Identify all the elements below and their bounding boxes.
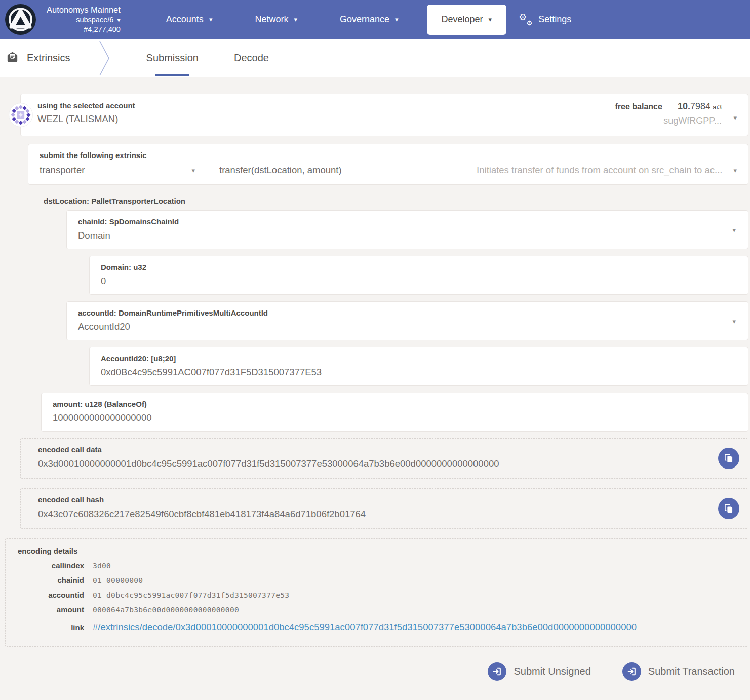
copy-icon [724,453,734,463]
tab-decode[interactable]: Decode [229,39,274,77]
param-accountid-label: accountId: DomainRuntimePrimitivesMultiA… [78,308,737,317]
active-tab-underline [155,74,189,76]
param-accountid-card: accountId: DomainRuntimePrimitivesMultiA… [66,301,748,340]
param-chainid-label: chainId: SpDomainsChainId [78,217,737,226]
tab-submission[interactable]: Submission [141,39,204,77]
main-menu: Accounts ▾ Network ▾ Governance ▾ Develo… [145,5,583,35]
encoding-details-title: encoding details [18,547,736,555]
menu-item-network[interactable]: Network ▾ [233,14,319,25]
encoded-call-data-box: encoded call data 0x3d00010000000001d0bc… [20,438,748,479]
param-chainid-card: chainId: SpDomainsChainId Domain ▾ [66,210,748,249]
chevron-down-icon: ▾ [733,167,737,174]
page-title: Extrinsics [27,52,70,64]
settings-button[interactable]: ⚙⚙ Settings [506,13,583,26]
domain-input[interactable] [101,276,712,287]
breadcrumb: Extrinsics [7,52,70,65]
encoded-call-hash-box: encoded call hash 0x43c07c608326c217e825… [20,488,748,529]
accountid20-input[interactable] [101,367,712,378]
tab-bar: Extrinsics Submission Decode [0,39,750,77]
param-dstlocation-label: dstLocation: PalletTransporterLocation [44,197,750,205]
extrinsics-submission-page: using the selected account WEZL (TALISMA… [0,77,750,681]
param-tree: chainId: SpDomainsChainId Domain ▾ Domai… [35,210,748,432]
param-amount-card: amount: u128 (BalanceOf) [41,393,748,432]
encoding-details-box: encoding details callindex 3d00 chainid … [5,538,748,647]
extrinsic-select-card: submit the following extrinsic transport… [28,144,748,185]
account-identicon[interactable] [9,103,33,127]
encoded-call-hash-label: encoded call hash [38,495,702,504]
chevron-down-icon[interactable]: ▾ [732,318,736,324]
top-nav-bar: Autonomys Mainnet subspace/6▾ #4,277,400… [0,0,750,39]
pallet-select[interactable]: transporter ▾ [40,165,195,176]
chevron-down-icon: ▾ [209,16,213,23]
action-buttons: Submit Unsigned Submit Transaction [0,662,735,681]
encoding-detail-row: callindex 3d00 [18,561,736,570]
encoding-detail-row: chainid 01 00000000 [18,576,736,585]
param-accountid20-card: AccountId20: [u8;20] [89,347,748,386]
param-domain-card: Domain: u32 [89,256,748,295]
copy-call-data-button[interactable] [718,448,739,469]
breadcrumb-separator [99,41,111,75]
encoding-detail-row: amount 000064a7b3b6e00d0000000000000000 [18,605,736,614]
method-description-select[interactable]: Initiates transfer of funds from account… [477,165,737,176]
chevron-down-icon: ▾ [191,167,195,174]
chain-name: Autonomys Mainnet [47,5,121,15]
sign-in-icon [622,662,641,681]
account-address-short[interactable]: sugWfRGPP... [615,115,722,126]
chevron-down-icon: ▾ [395,16,399,23]
amount-input[interactable] [53,412,709,423]
method-description: Initiates transfer of funds from account… [477,165,722,176]
extrinsic-field-label: submit the following extrinsic [40,151,737,160]
chain-selector[interactable]: Autonomys Mainnet subspace/6▾ #4,277,400 [47,5,121,34]
encoded-call-data-value: 0x3d00010000000001d0bc4c95c5991ac007f077… [38,458,702,470]
encoded-call-hash-value: 0x43c07c608326c217e82549f60cbf8cbf481eb4… [38,509,702,520]
encoded-call-data-label: encoded call data [38,445,702,454]
chevron-down-icon: ▾ [489,16,492,23]
menu-item-governance[interactable]: Governance ▾ [319,14,420,25]
submit-unsigned-button[interactable]: Submit Unsigned [488,662,590,681]
chain-runtime: subspace/6▾ [47,15,121,25]
menu-item-developer[interactable]: Developer ▾ [427,5,507,35]
pallet-select-value: transporter [40,165,85,176]
accountid-select-value[interactable]: AccountId20 [78,321,737,332]
method-select-value: transfer(dstLocation, amount) [219,165,342,175]
param-chainid-children: Domain: u32 [89,256,748,295]
param-accountid-children: AccountId20: [u8;20] [89,347,748,386]
chevron-down-icon: ▾ [294,16,297,23]
free-balance-label: free balance [615,102,662,111]
menu-item-accounts[interactable]: Accounts ▾ [145,14,234,25]
free-balance-value: 10.7984ai3 [678,101,722,112]
param-accountid20-label: AccountId20: [u8;20] [101,354,737,363]
param-domain-label: Domain: u32 [101,263,737,271]
chevron-down-icon[interactable]: ▾ [733,114,737,121]
account-select-card: using the selected account WEZL (TALISMA… [20,94,748,136]
autonomys-logo-icon[interactable] [5,4,36,35]
chevron-down-icon: ▾ [117,16,121,24]
tabs: Submission Decode [141,39,274,77]
encoding-detail-link-row: link #/extrinsics/decode/0x3d00010000000… [18,621,736,633]
block-number: #4,277,400 [47,25,121,34]
decode-link[interactable]: #/extrinsics/decode/0x3d00010000000001d0… [93,621,637,633]
encoding-detail-row: accountid 01 d0bc4c95c5991ac007f077d31f5… [18,591,736,599]
settings-gears-icon: ⚙⚙ [519,13,532,26]
balance-box: free balance 10.7984ai3 sugWfRGPP... [615,101,722,126]
param-amount-label: amount: u128 (BalanceOf) [53,400,737,408]
sign-in-icon [488,662,506,681]
copy-icon [724,503,734,514]
submit-transaction-button[interactable]: Submit Transaction [622,662,735,681]
chainid-select-value[interactable]: Domain [78,230,737,241]
extrinsics-envelope-icon [7,52,18,65]
param-dstlocation-children: chainId: SpDomainsChainId Domain ▾ Domai… [66,210,748,386]
copy-call-hash-button[interactable] [718,498,739,519]
chevron-down-icon[interactable]: ▾ [732,226,736,233]
method-select[interactable]: transfer(dstLocation, amount) [219,165,342,176]
